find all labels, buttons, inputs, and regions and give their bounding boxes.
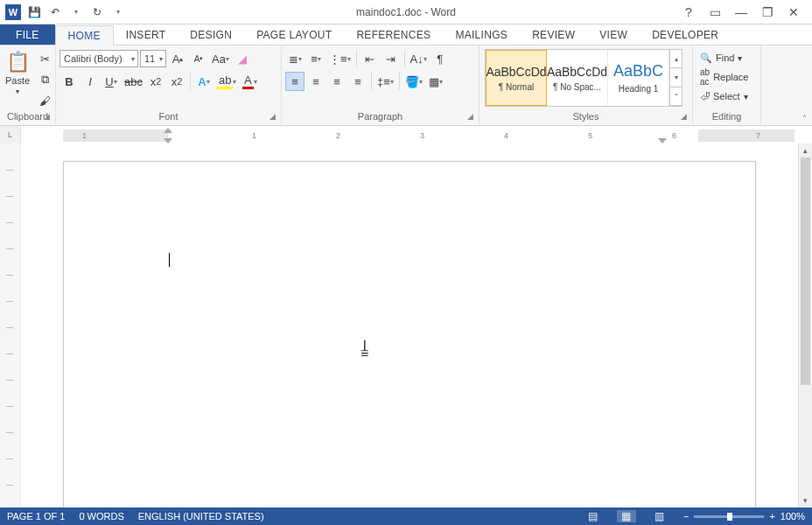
subscript-button[interactable]: x2: [146, 72, 165, 91]
read-mode-button[interactable]: ▤: [584, 510, 603, 522]
save-button[interactable]: 💾: [24, 3, 44, 22]
scroll-up-button[interactable]: ▴: [799, 144, 812, 158]
highlight-button[interactable]: ab: [215, 72, 238, 91]
document-scroll-area[interactable]: I≡: [21, 144, 798, 508]
tab-design[interactable]: DESIGN: [178, 24, 244, 45]
find-button[interactable]: 🔍Find▾: [696, 49, 752, 66]
zoom-out-button[interactable]: −: [683, 511, 689, 522]
clipboard-dialog-launcher[interactable]: ◢: [44, 112, 50, 121]
page-number-status[interactable]: PAGE 1 OF 1: [7, 511, 65, 522]
scroll-thumb[interactable]: [801, 158, 810, 385]
redo-button[interactable]: ↻: [88, 3, 107, 22]
change-case-button[interactable]: Aa: [210, 49, 231, 68]
copy-button[interactable]: ⧉: [35, 70, 54, 89]
tab-home[interactable]: HOME: [55, 25, 114, 46]
cut-button[interactable]: ✂: [35, 49, 54, 68]
shading-button[interactable]: 🪣: [403, 72, 424, 91]
text-effects-button[interactable]: A: [194, 72, 214, 91]
restore-button[interactable]: ❐: [760, 5, 775, 19]
gallery-expand[interactable]: ⁼: [670, 88, 682, 106]
tab-review[interactable]: REVIEW: [520, 24, 587, 45]
quick-access-toolbar: W 💾 ↶ ↻: [4, 3, 128, 22]
window-controls: ? ▭ — ❐ ✕: [681, 5, 808, 19]
decrease-indent-button[interactable]: ⇤: [360, 49, 380, 68]
underline-button[interactable]: U: [102, 72, 121, 91]
align-right-button[interactable]: ≡: [327, 72, 346, 91]
tab-insert[interactable]: INSERT: [114, 24, 178, 45]
horizontal-ruler[interactable]: 1 1 2 3 4 5 6 7: [21, 126, 812, 144]
tab-selector[interactable]: L: [0, 126, 21, 144]
replace-button[interactable]: abacReplace: [696, 68, 752, 86]
qat-customize[interactable]: [108, 3, 128, 22]
strikethrough-button[interactable]: abc: [122, 72, 144, 91]
select-button[interactable]: ⮰Select▾: [696, 88, 752, 105]
ribbon-display-options[interactable]: ▭: [707, 5, 723, 19]
style-heading-1[interactable]: AaBbC Heading 1: [608, 50, 669, 106]
style-no-spacing[interactable]: AaBbCcDd ¶ No Spac...: [547, 50, 608, 106]
status-bar: PAGE 1 OF 1 0 WORDS ENGLISH (UNITED STAT…: [0, 508, 812, 525]
align-left-button[interactable]: ≡: [285, 72, 304, 91]
align-center-button[interactable]: ≡: [306, 72, 326, 91]
paste-button[interactable]: 📋 Paste ▾: [4, 47, 32, 99]
styles-dialog-launcher[interactable]: ◢: [681, 112, 687, 121]
collapse-ribbon-button[interactable]: ˄: [798, 114, 810, 123]
print-layout-button[interactable]: ▦: [617, 510, 636, 522]
show-marks-button[interactable]: ¶: [430, 49, 450, 68]
vertical-scrollbar[interactable]: ▴ ▾: [798, 144, 812, 508]
font-name-select[interactable]: Calibri (Body): [60, 50, 138, 67]
help-button[interactable]: ?: [681, 5, 696, 19]
font-group-label: Font◢: [60, 111, 277, 125]
gallery-down[interactable]: ▾: [670, 68, 682, 87]
line-spacing-button[interactable]: ‡≡: [375, 72, 396, 91]
bold-button[interactable]: B: [60, 72, 79, 91]
italic-button[interactable]: I: [80, 72, 100, 91]
zoom-level[interactable]: 100%: [780, 511, 805, 522]
tab-view[interactable]: VIEW: [587, 24, 640, 45]
close-button[interactable]: ✕: [786, 5, 802, 19]
tab-references[interactable]: REFERENCES: [344, 24, 443, 45]
language-status[interactable]: ENGLISH (UNITED STATES): [138, 511, 264, 522]
scroll-down-button[interactable]: ▾: [799, 494, 812, 508]
increase-indent-button[interactable]: ⇥: [382, 49, 401, 68]
superscript-button[interactable]: x2: [167, 72, 186, 91]
font-dialog-launcher[interactable]: ◢: [270, 112, 276, 121]
undo-button[interactable]: ↶: [46, 3, 65, 22]
font-size-select[interactable]: 11: [140, 50, 166, 67]
multilevel-list-button[interactable]: ⋮≡: [327, 49, 353, 68]
document-area: I≡ ▴ ▾: [0, 144, 812, 508]
first-line-indent-marker[interactable]: [164, 128, 172, 133]
gallery-up[interactable]: ▴: [670, 50, 682, 68]
sort-button[interactable]: A↓: [409, 49, 429, 68]
tab-developer[interactable]: DEVELOPER: [640, 24, 731, 45]
font-color-button[interactable]: A: [240, 72, 259, 91]
tab-page-layout[interactable]: PAGE LAYOUT: [244, 24, 344, 45]
title-bar: W 💾 ↶ ↻ maindoc1.doc - Word ? ▭ — ❐ ✕: [0, 0, 812, 24]
word-app-icon[interactable]: W: [4, 3, 23, 22]
vertical-ruler[interactable]: [0, 144, 21, 508]
minimize-button[interactable]: —: [733, 5, 749, 19]
tab-file[interactable]: FILE: [0, 24, 55, 45]
scissors-icon: ✂: [40, 52, 50, 66]
page[interactable]: [63, 161, 756, 508]
highlight-icon: ab: [217, 74, 233, 89]
pilcrow-icon: ¶: [437, 52, 443, 66]
justify-button[interactable]: ≡: [348, 72, 368, 91]
group-paragraph: ≣ ≡ ⋮≡ ⇤ ⇥ A↓ ¶ ≡ ≡ ≡ ≡ ‡≡ 🪣 ▦: [282, 46, 480, 125]
numbering-button[interactable]: ≡: [306, 49, 326, 68]
style-normal[interactable]: AaBbCcDd ¶ Normal: [486, 50, 547, 106]
bullets-button[interactable]: ≣: [285, 49, 304, 68]
text-cursor: [169, 253, 170, 267]
clear-formatting-button[interactable]: ◢: [233, 49, 252, 68]
undo-dropdown[interactable]: [66, 3, 86, 22]
tab-mailings[interactable]: MAILINGS: [443, 24, 520, 45]
styles-gallery: AaBbCcDd ¶ Normal AaBbCcDd ¶ No Spac... …: [485, 49, 682, 107]
borders-button[interactable]: ▦: [426, 72, 445, 91]
web-layout-button[interactable]: ▥: [650, 510, 669, 522]
zoom-slider[interactable]: [694, 515, 764, 518]
shrink-font-button[interactable]: A▾: [189, 49, 208, 68]
zoom-in-button[interactable]: +: [769, 511, 774, 522]
word-count-status[interactable]: 0 WORDS: [79, 511, 123, 522]
grow-font-button[interactable]: A▴: [168, 49, 187, 68]
paragraph-dialog-launcher[interactable]: ◢: [467, 112, 473, 121]
format-painter-button[interactable]: 🖌: [35, 91, 54, 110]
